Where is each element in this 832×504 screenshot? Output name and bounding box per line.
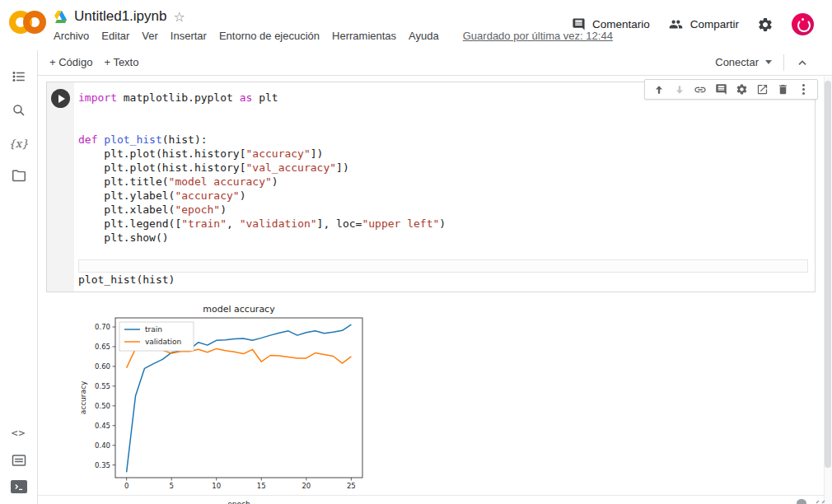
code-line[interactable]: plt.legend(["train", "validation"], loc=… — [78, 217, 811, 231]
scrollbar-track[interactable] — [824, 77, 832, 504]
svg-text:0.35: 0.35 — [95, 461, 110, 469]
sidebar-item-command-palette[interactable] — [0, 448, 37, 473]
more-cell-actions-button[interactable] — [797, 83, 810, 96]
share-label: Compartir — [690, 18, 739, 30]
star-icon[interactable]: ☆ — [173, 9, 185, 25]
code-line[interactable] — [78, 105, 811, 119]
connect-label: Conectar — [715, 56, 759, 68]
resize-icon — [816, 497, 825, 504]
connection-status-icon — [796, 497, 807, 504]
toolbar-divider — [783, 54, 784, 71]
gear-icon — [736, 83, 748, 96]
svg-text:0: 0 — [124, 482, 129, 490]
matplotlib-figure: 05101520250.350.400.450.500.550.600.650.… — [76, 303, 386, 504]
menu-item-3[interactable]: Insertar — [171, 30, 207, 42]
add-code-button[interactable]: + Código — [49, 56, 92, 68]
code-token: "model accuracy" — [169, 175, 272, 188]
sidebar-item-search[interactable] — [0, 98, 37, 123]
scrollbar-thumb[interactable] — [825, 81, 831, 468]
link-icon — [694, 83, 707, 96]
svg-text:5: 5 — [169, 482, 173, 490]
code-cell: import matplotlib.pyplot as pltdef plot_… — [46, 82, 816, 292]
avatar[interactable] — [792, 13, 814, 35]
code-line[interactable]: def plot_hist(hist): — [78, 133, 811, 147]
code-token: "upper left" — [362, 217, 439, 230]
colab-app: Untitled1.ipynb ☆ ArchivoEditarVerInsert… — [0, 0, 832, 504]
share-button[interactable]: Compartir — [668, 17, 739, 31]
cell-gutter — [47, 82, 74, 292]
code-token: plt.xlabel( — [78, 203, 175, 216]
code-line[interactable]: plt.xlabel("epoch") — [78, 203, 811, 217]
cell-settings-button[interactable] — [735, 83, 748, 96]
menu-item-6[interactable]: Ayuda — [409, 30, 439, 42]
trash-icon — [777, 83, 789, 96]
code-token: plt.ylabel( — [78, 189, 175, 202]
toolbar-right: Conectar — [715, 49, 809, 75]
connect-button[interactable]: Conectar — [715, 56, 772, 68]
code-line[interactable]: plt.title("model accuracy") — [78, 175, 811, 189]
code-line[interactable] — [78, 119, 811, 133]
code-token: plt.legend([ — [78, 217, 181, 230]
collapse-header-button[interactable] — [796, 56, 809, 69]
sidebar-item-files[interactable] — [0, 163, 37, 188]
sidebar-item-table-of-contents[interactable] — [0, 64, 37, 89]
chevron-up-icon — [796, 56, 809, 69]
delete-cell-button[interactable] — [776, 83, 789, 96]
code-token: plt.show() — [78, 231, 169, 244]
code-token: def — [78, 133, 97, 146]
svg-text:0.55: 0.55 — [95, 382, 110, 390]
left-sidebar: {x} <> — [0, 50, 38, 504]
settings-button[interactable] — [757, 16, 774, 33]
code-line[interactable]: plot_hist(hist) — [78, 273, 811, 287]
gear-icon — [757, 16, 774, 33]
code-line[interactable] — [78, 245, 811, 259]
svg-text:10: 10 — [212, 482, 221, 490]
chevron-down-icon — [765, 60, 772, 64]
search-icon — [12, 103, 26, 118]
copy-link-to-cell-button[interactable] — [694, 83, 707, 96]
code-token: "train" — [181, 217, 227, 230]
menu-item-2[interactable]: Ver — [142, 30, 158, 42]
code-line[interactable]: plt.plot(hist.history["val_accuracy"]) — [78, 161, 811, 175]
colab-logo[interactable] — [9, 11, 47, 37]
sidebar-item-variables[interactable]: {x} — [0, 131, 37, 156]
notebook-toolbar: + Código + Texto Conectar — [38, 49, 832, 76]
svg-text:20: 20 — [301, 482, 311, 490]
code-line[interactable] — [78, 259, 808, 273]
code-snippets-icon: <> — [12, 427, 26, 439]
move-cell-down-button[interactable] — [673, 83, 686, 96]
menu-item-5[interactable]: Herramientas — [332, 30, 396, 42]
variables-icon: {x} — [9, 138, 29, 150]
code-token: (hist): — [162, 133, 208, 146]
arrow-down-icon — [674, 84, 685, 96]
header-actions: Comentario Compartir — [572, 13, 814, 35]
notebook-title[interactable]: Untitled1.ipynb — [74, 8, 166, 25]
move-cell-up-button[interactable] — [652, 83, 666, 96]
code-token: "accuracy" — [246, 147, 311, 160]
code-token: ]) — [311, 147, 324, 160]
menu-item-0[interactable]: Archivo — [54, 30, 89, 42]
sidebar-item-terminal[interactable] — [0, 474, 37, 499]
code-token: ) — [240, 189, 246, 202]
code-editor[interactable]: import matplotlib.pyplot as pltdef plot_… — [78, 91, 811, 287]
code-line[interactable]: plt.show() — [78, 231, 811, 245]
code-token: import — [78, 91, 117, 104]
sidebar-item-code-snippets[interactable]: <> — [0, 420, 37, 445]
mirror-cell-in-tab-button[interactable] — [755, 83, 769, 96]
code-token: plt — [252, 91, 278, 104]
folder-icon — [12, 169, 26, 182]
code-line[interactable]: plt.ylabel("accuracy") — [78, 189, 811, 203]
menu-item-4[interactable]: Entorno de ejecución — [219, 30, 320, 42]
svg-text:0.65: 0.65 — [95, 343, 110, 351]
add-comment-button[interactable] — [714, 83, 727, 96]
code-token: plot_hist(hist) — [78, 273, 175, 286]
comment-button[interactable]: Comentario — [572, 17, 650, 31]
svg-text:epoch: epoch — [227, 500, 250, 504]
cell-output-chart: 05101520250.350.400.450.500.550.600.650.… — [76, 303, 386, 504]
code-line[interactable]: plt.plot(hist.history["accuracy"]) — [78, 147, 811, 161]
menu-item-1[interactable]: Editar — [101, 30, 129, 42]
code-token: ], loc= — [317, 217, 362, 230]
add-text-button[interactable]: + Texto — [104, 56, 138, 68]
run-cell-button[interactable] — [51, 89, 70, 108]
code-token: "validation" — [240, 217, 317, 230]
